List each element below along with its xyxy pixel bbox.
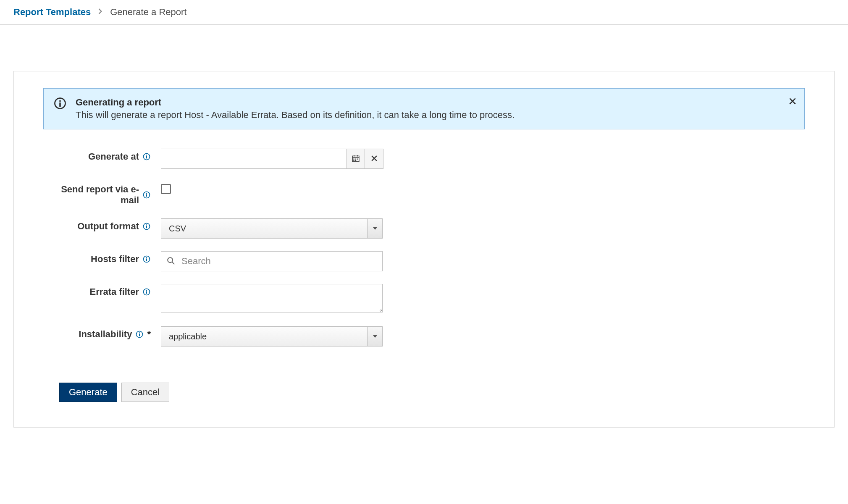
alert-description: This will generate a report Host - Avail… [76,110,515,121]
help-icon[interactable] [142,255,151,263]
form-actions: Generate Cancel [59,383,805,402]
breadcrumb: Report Templates Generate a Report [0,0,848,25]
svg-point-22 [146,257,147,258]
hosts-filter-wrap[interactable] [161,251,383,271]
alert-close-button[interactable] [789,98,796,106]
svg-rect-5 [146,156,147,159]
breadcrumb-current: Generate a Report [110,7,186,18]
svg-rect-10 [353,158,354,159]
help-icon[interactable] [135,330,144,339]
label-generate-at: Generate at [88,151,139,162]
output-format-select[interactable]: CSV [161,218,383,239]
help-icon[interactable] [142,222,151,231]
label-send-email: Send report via e-mail [55,184,139,206]
label-errata-filter: Errata filter [90,286,139,297]
row-installability: Installability * applicable [43,326,805,346]
svg-rect-17 [146,194,147,197]
chevron-right-icon [98,8,102,16]
svg-point-27 [146,290,147,291]
chevron-down-icon [367,219,382,238]
svg-rect-14 [355,160,356,160]
svg-point-19 [146,224,147,225]
errata-filter-textarea[interactable] [161,284,383,312]
svg-rect-2 [59,102,61,107]
output-format-value: CSV [161,219,367,238]
svg-point-24 [168,257,173,262]
form-panel: Generating a report This will generate a… [13,71,835,428]
required-mark: * [147,329,151,340]
row-output-format: Output format CSV [43,218,805,239]
row-generate-at: Generate at [43,149,805,169]
search-icon [166,256,176,267]
help-icon[interactable] [142,191,151,199]
svg-rect-11 [355,158,356,159]
svg-point-1 [59,100,61,102]
hosts-filter-input[interactable] [181,256,377,267]
chevron-down-icon [367,327,382,346]
close-icon [371,155,377,163]
installability-select[interactable]: applicable [161,326,383,346]
svg-rect-20 [146,226,147,228]
label-output-format: Output format [77,221,139,232]
alert-title: Generating a report [76,97,515,108]
help-icon[interactable] [142,152,151,161]
svg-line-25 [172,262,175,264]
row-errata-filter: Errata filter [43,284,805,314]
breadcrumb-parent-link[interactable]: Report Templates [13,7,91,18]
label-installability: Installability [79,329,132,340]
svg-point-30 [139,332,140,333]
cancel-button[interactable]: Cancel [121,383,169,402]
info-alert: Generating a report This will generate a… [43,88,805,129]
generate-button[interactable]: Generate [59,383,117,402]
label-hosts-filter: Hosts filter [91,254,139,265]
clear-date-button[interactable] [365,149,383,169]
row-send-email: Send report via e-mail [43,181,805,206]
row-hosts-filter: Hosts filter [43,251,805,271]
svg-point-16 [146,193,147,194]
send-email-checkbox[interactable] [161,184,171,194]
svg-point-4 [146,155,147,155]
svg-rect-12 [357,158,358,159]
calendar-icon [352,155,360,163]
generate-at-input[interactable] [161,149,347,169]
svg-rect-31 [139,334,140,336]
help-icon[interactable] [142,288,151,296]
info-icon [54,97,66,111]
installability-value: applicable [161,327,367,346]
svg-rect-28 [146,291,147,294]
svg-rect-23 [146,259,147,261]
svg-rect-13 [353,160,354,160]
calendar-button[interactable] [347,149,365,169]
